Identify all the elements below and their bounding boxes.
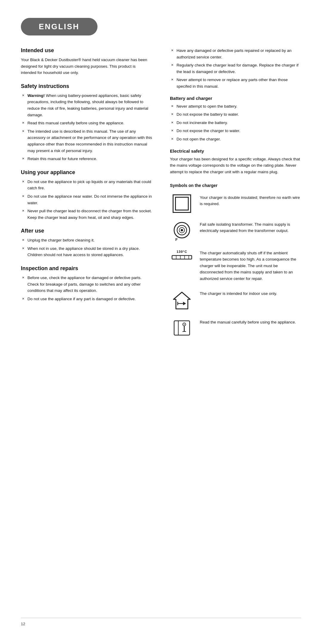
electrical-title: Electrical safety [170, 148, 301, 154]
content-area: Intended use Your Black & Decker Dustbus… [21, 47, 301, 609]
list-item: Do not open the charger. [170, 136, 301, 143]
transformer-icon-container: F [170, 221, 194, 242]
language-badge: ENGLISH [21, 18, 97, 35]
double-insulated-inner [175, 197, 189, 210]
inspection-list: Before use, check the appliance for dama… [21, 275, 152, 302]
list-item: The intended use is described in this ma… [21, 128, 152, 154]
using-title: Using your appliance [21, 169, 152, 176]
130c-icon: 130°C [170, 250, 194, 260]
language-label: ENGLISH [39, 22, 80, 31]
intended-use-body: Your Black & Decker Dustbuster® hand hel… [21, 57, 152, 76]
after-list: Unplug the charger before cleaning it. W… [21, 237, 152, 258]
symbol-transformer: F Fail safe isolating transformer. The m… [170, 221, 301, 242]
list-item: Retain this manual for future reference. [21, 156, 152, 162]
list-item: Warning! When using battery-powered appl… [21, 92, 152, 118]
svg-marker-12 [183, 302, 186, 305]
symbol-house: The charger is intended for indoor use o… [170, 290, 301, 311]
130c-icon-container: 130°C [170, 250, 194, 260]
svg-point-17 [184, 324, 185, 325]
electrical-body: Your charger has been designed for a spe… [170, 156, 301, 175]
list-item: Before use, check the appliance for dama… [21, 275, 152, 294]
page-footer: 12 [21, 618, 301, 626]
house-text: The charger is intended for indoor use o… [200, 290, 301, 297]
intended-use-title: Intended use [21, 47, 152, 54]
transformer-text: Fail safe isolating transformer. The mai… [200, 221, 301, 234]
battery-list: Never attempt to open the battery. Do no… [170, 103, 301, 143]
symbol-130c: 130°C The charger automatically shuts of… [170, 250, 301, 282]
list-item: When not in use, the appliance should be… [21, 245, 152, 258]
inspection-title: Inspection and repairs [21, 265, 152, 272]
transformer-icon: F [172, 221, 192, 242]
list-item: Never attempt to open the battery. [170, 103, 301, 110]
list-item: Do not expose the charger to water. [170, 128, 301, 134]
list-item: Do not incinerate the battery. [170, 120, 301, 126]
list-item: Do not expose the battery to water. [170, 111, 301, 118]
list-item: Do not use the appliance if any part is … [21, 296, 152, 302]
list-item: Do not use the appliance near water. Do … [21, 193, 152, 206]
symbols-title: Symbols on the charger [170, 182, 301, 189]
list-item: Do not use the appliance to pick up liqu… [21, 179, 152, 191]
symbol-double-insulated: Your charger is double insulated; theref… [170, 194, 301, 213]
svg-marker-10 [174, 292, 190, 309]
safety-title: Safety instructions [21, 83, 152, 89]
battery-title: Battery and charger [170, 96, 301, 101]
house-icon-container [170, 290, 194, 311]
house-icon [172, 290, 192, 311]
list-item: Read this manual carefully before using … [21, 120, 152, 126]
left-column: Intended use Your Black & Decker Dustbus… [21, 47, 155, 609]
page-number: 12 [21, 622, 25, 626]
safety-list: Warning! When using battery-powered appl… [21, 92, 152, 162]
book-icon-container [170, 319, 194, 337]
double-insulated-icon-container [170, 194, 194, 213]
list-item: Regularly check the charger lead for dam… [170, 62, 301, 75]
130c-lines-icon [171, 254, 192, 260]
130c-text: The charger automatically shuts off if t… [200, 250, 301, 282]
svg-rect-14 [174, 321, 190, 335]
right-top-list: Have any damaged or defective parts repa… [170, 47, 301, 90]
list-item: Never pull the charger lead to disconnec… [21, 208, 152, 221]
right-column: Have any damaged or defective parts repa… [167, 47, 301, 609]
page: ENGLISH Intended use Your Black & Decker… [0, 0, 322, 644]
svg-point-3 [181, 229, 183, 231]
130c-label: 130°C [177, 250, 187, 253]
list-item: Unplug the charger before cleaning it. [21, 237, 152, 244]
after-use-title: After use [21, 228, 152, 234]
list-item: Never attempt to remove or replace any p… [170, 77, 301, 89]
list-item: Have any damaged or defective parts repa… [170, 47, 301, 60]
svg-text:F: F [175, 237, 178, 242]
double-insulated-outer [173, 194, 191, 213]
using-list: Do not use the appliance to pick up liqu… [21, 179, 152, 221]
double-insulated-text: Your charger is double insulated; theref… [200, 194, 301, 207]
symbol-book: Read the manual carefully before using t… [170, 319, 301, 337]
book-icon [172, 319, 192, 337]
book-text: Read the manual carefully before using t… [200, 319, 301, 326]
